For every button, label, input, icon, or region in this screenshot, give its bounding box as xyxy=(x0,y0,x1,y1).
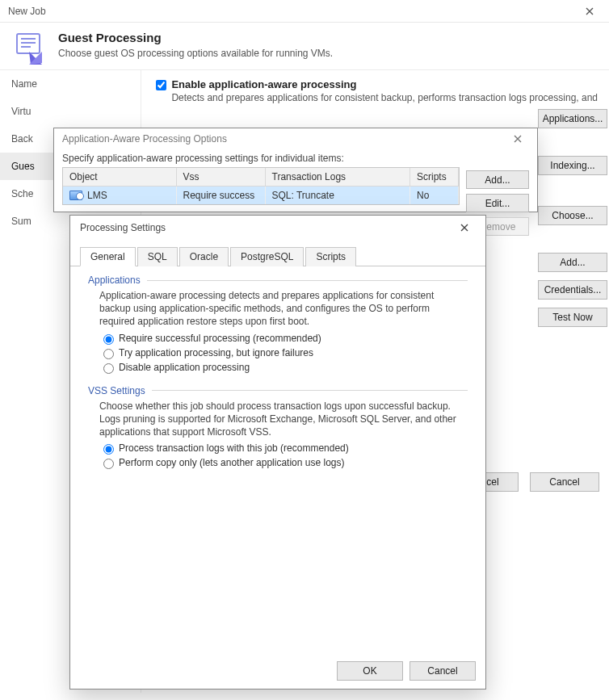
proc-ok-button[interactable]: OK xyxy=(337,661,403,681)
radio-require-success-input[interactable] xyxy=(103,334,114,345)
radio-process-logs-label: Process transaction logs with this job (… xyxy=(119,442,349,454)
applications-button[interactable]: Applications... xyxy=(538,109,607,128)
app-aware-title: Application-Aware Processing Options xyxy=(62,133,227,145)
right-button-column: Applications... Indexing... Choose... Ad… xyxy=(538,109,607,327)
cell-scripts: No xyxy=(410,187,459,205)
enable-app-aware-checkbox[interactable] xyxy=(156,80,166,90)
vm-icon xyxy=(69,191,82,200)
app-aware-close-button[interactable] xyxy=(503,130,532,148)
test-now-button[interactable]: Test Now xyxy=(538,308,607,327)
proc-titlebar: Processing Settings xyxy=(70,216,485,240)
proc-footer: OK Cancel xyxy=(70,653,485,689)
table-row[interactable]: LMS Require success SQL: Truncate No xyxy=(63,187,459,205)
tab-general[interactable]: General xyxy=(80,247,136,266)
tab-sql[interactable]: SQL xyxy=(137,247,178,266)
window-titlebar: New Job xyxy=(0,0,609,23)
radio-require-success[interactable]: Require successful processing (recommend… xyxy=(99,332,468,345)
radio-process-logs[interactable]: Process transaction logs with this job (… xyxy=(99,442,468,455)
table-header-row: Object Vss Transaction Logs Scripts xyxy=(63,168,459,187)
aware-edit-button[interactable]: Edit... xyxy=(466,194,529,212)
app-aware-options-dialog: Application-Aware Processing Options Spe… xyxy=(53,128,538,212)
aware-add-button[interactable]: Add... xyxy=(466,170,529,189)
tab-scripts[interactable]: Scripts xyxy=(305,247,356,266)
choose-button[interactable]: Choose... xyxy=(538,206,607,225)
radio-copy-only[interactable]: Perform copy only (lets another applicat… xyxy=(99,456,468,469)
vss-legend: VSS Settings xyxy=(88,385,145,396)
cell-object-text: LMS xyxy=(87,190,107,201)
guest-processing-icon xyxy=(13,31,47,65)
window-close-button[interactable] xyxy=(575,2,604,21)
add-button[interactable]: Add... xyxy=(538,253,607,272)
app-aware-caption: Specify application-aware processing set… xyxy=(54,149,537,167)
cell-txlogs: SQL: Truncate xyxy=(265,187,410,205)
page-title: Guest Processing xyxy=(58,31,333,44)
window-title: New Job xyxy=(8,6,46,17)
cell-object: LMS xyxy=(63,187,176,205)
proc-content: Applications Application-aware processin… xyxy=(70,266,485,653)
radio-disable-input[interactable] xyxy=(103,363,114,374)
vss-description: Choose whether this job should process t… xyxy=(99,400,468,439)
radio-copy-only-label: Perform copy only (lets another applicat… xyxy=(119,457,344,468)
radio-disable-label: Disable application processing xyxy=(119,362,250,373)
applications-group: Applications Application-aware processin… xyxy=(88,275,468,375)
step-name[interactable]: Name xyxy=(0,70,141,98)
vss-group: VSS Settings Choose whether this job sho… xyxy=(88,385,468,472)
close-icon xyxy=(586,7,594,15)
wizard-cancel-button[interactable]: Cancel xyxy=(530,472,599,492)
indexing-button[interactable]: Indexing... xyxy=(538,156,607,175)
app-aware-titlebar: Application-Aware Processing Options xyxy=(54,128,537,149)
proc-close-button[interactable] xyxy=(450,218,479,237)
radio-disable[interactable]: Disable application processing xyxy=(99,361,468,374)
tab-oracle[interactable]: Oracle xyxy=(179,247,229,266)
applications-legend: Applications xyxy=(88,275,141,286)
radio-copy-only-input[interactable] xyxy=(103,459,114,469)
applications-description: Application-aware processing detects and… xyxy=(99,289,468,329)
step-virtual-machines[interactable]: Virtu xyxy=(0,98,141,125)
enable-app-aware-desc: Detects and prepares applications for co… xyxy=(171,92,598,103)
tab-postgresql[interactable]: PostgreSQL xyxy=(230,247,304,266)
enable-app-aware-label: Enable application-aware processing xyxy=(171,78,598,90)
credentials-button[interactable]: Credentials... xyxy=(538,280,607,300)
col-txlogs[interactable]: Transaction Logs xyxy=(265,168,410,187)
radio-try-ignore[interactable]: Try application processing, but ignore f… xyxy=(99,346,468,359)
proc-tabs: General SQL Oracle PostgreSQL Scripts xyxy=(70,246,485,266)
close-icon xyxy=(514,135,522,143)
enable-app-aware-row: Enable application-aware processing Dete… xyxy=(153,78,598,103)
processing-settings-dialog: Processing Settings General SQL Oracle P… xyxy=(69,215,486,690)
close-icon xyxy=(460,224,468,232)
proc-title: Processing Settings xyxy=(80,222,166,233)
radio-process-logs-input[interactable] xyxy=(103,444,114,455)
radio-try-ignore-input[interactable] xyxy=(103,349,114,359)
col-scripts[interactable]: Scripts xyxy=(410,168,459,187)
radio-try-ignore-label: Try application processing, but ignore f… xyxy=(119,347,313,358)
wizard-header: Guest Processing Choose guest OS process… xyxy=(0,23,609,70)
page-subtitle: Choose guest OS processing options avail… xyxy=(58,48,333,59)
radio-require-success-label: Require successful processing (recommend… xyxy=(119,333,321,344)
col-vss[interactable]: Vss xyxy=(176,168,265,187)
col-object[interactable]: Object xyxy=(63,168,176,187)
proc-cancel-button[interactable]: Cancel xyxy=(410,661,476,681)
app-aware-table: Object Vss Transaction Logs Scripts LMS … xyxy=(62,167,460,205)
cell-vss: Require success xyxy=(176,187,265,205)
